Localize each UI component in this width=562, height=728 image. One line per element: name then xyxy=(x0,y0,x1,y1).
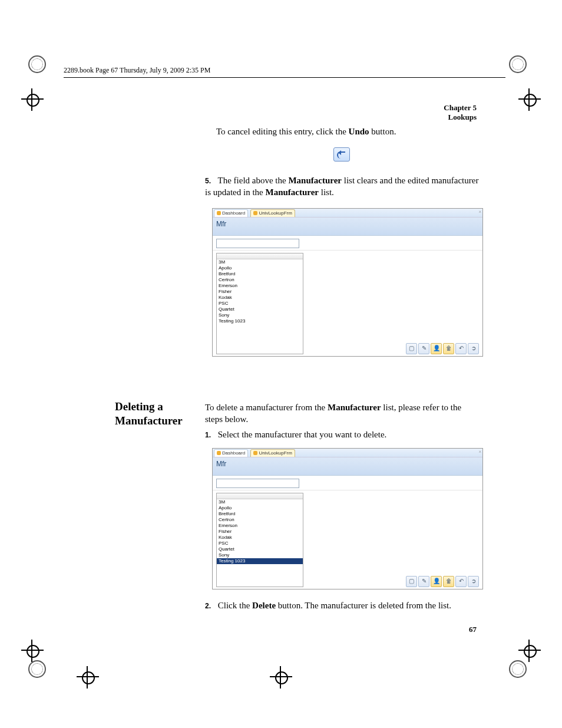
list-item: 3M xyxy=(217,499,303,505)
list-item: Quartet xyxy=(217,307,303,312)
list-item: Certron xyxy=(217,517,303,523)
crop-mark-icon xyxy=(270,666,292,689)
screenshot-toolbar: ▢ ✎ 👤 🗑 ↶ ➲ xyxy=(406,343,479,354)
text: list. xyxy=(319,187,334,197)
toolbar-button: ✎ xyxy=(418,343,429,354)
list-item: Emerson xyxy=(217,283,303,289)
toolbar-button: ➲ xyxy=(468,576,479,587)
step-2: 2. Click the Delete button. The manufact… xyxy=(205,599,480,611)
text: Select the manufacturer that you want to… xyxy=(218,430,387,439)
list-item: Testing 1023 xyxy=(217,318,303,324)
text: button. The manufacturer is deleted from… xyxy=(276,601,451,610)
undo-icon xyxy=(333,147,350,162)
text: Click the xyxy=(218,601,252,610)
screenshot-2: × Dashboard UnivLookupFrm Mfr 3M Apollo … xyxy=(206,443,483,589)
dashboard-tab: Dashboard xyxy=(214,209,248,217)
crop-mark-icon xyxy=(21,88,44,111)
list-item: Fisher xyxy=(217,529,303,535)
document-page: 2289.book Page 67 Thursday, July 9, 2009… xyxy=(0,0,562,728)
screenshot-toolbar: ▢ ✎ 👤 🗑 ↶ ➲ xyxy=(406,576,479,587)
lookup-tab: UnivLookupFrm xyxy=(250,209,295,217)
list-item: Emerson xyxy=(217,523,303,529)
list-item-selected: Testing 1023 xyxy=(217,558,303,564)
step-number: 1. xyxy=(205,431,216,439)
lookup-tab: UnivLookupFrm xyxy=(250,449,295,457)
chapter-label: Chapter 5 Lookups xyxy=(444,103,477,122)
text: Manufacturer xyxy=(328,403,381,412)
step-5: 5. The field above the Manufacturer list… xyxy=(205,174,480,199)
printers-mark-icon xyxy=(509,55,534,80)
crop-mark-icon xyxy=(518,640,541,662)
list-item: Sony xyxy=(217,552,303,558)
running-header-text: 2289.book Page 67 Thursday, July 9, 2009… xyxy=(64,66,210,75)
panel-title: Mfr xyxy=(213,218,482,236)
printers-mark-icon xyxy=(28,55,53,80)
text: The field above the xyxy=(217,176,288,185)
undo-label: Undo xyxy=(349,127,369,136)
toolbar-button: ▢ xyxy=(406,343,417,354)
step-number: 2. xyxy=(205,602,216,610)
list-item: Apollo xyxy=(217,265,303,271)
header-rule xyxy=(64,77,505,78)
toolbar-button: 👤 xyxy=(431,343,442,354)
panel-title: Mfr xyxy=(213,457,482,476)
manufacturer-list: 3M Apollo Bretford Certron Emerson Fishe… xyxy=(216,493,303,587)
list-item: PSC xyxy=(217,301,303,307)
body-paragraph: To cancel editing this entry, click the … xyxy=(216,126,478,137)
text: Delete xyxy=(252,601,276,610)
crop-mark-icon xyxy=(21,640,44,662)
list-item: Bretford xyxy=(217,511,303,517)
toolbar-button: 👤 xyxy=(431,576,442,587)
text: To cancel editing this entry, click the xyxy=(216,127,349,136)
text: Manufacturer xyxy=(288,176,342,185)
dashboard-tab: Dashboard xyxy=(214,449,248,457)
text: To delete a manufacturer from the xyxy=(205,403,328,412)
list-item: 3M xyxy=(217,259,303,265)
list-item: Apollo xyxy=(217,505,303,511)
delete-button: 🗑 xyxy=(443,343,454,354)
undo-button: ↶ xyxy=(455,343,467,354)
section-heading-deleting: Deleting aManufacturer xyxy=(115,400,183,428)
delete-intro: To delete a manufacturer from the Manufa… xyxy=(205,401,480,426)
step-1: 1. Select the manufacturer that you want… xyxy=(205,429,480,440)
manufacturer-list: 3M Apollo Bretford Certron Emerson Fishe… xyxy=(216,253,303,354)
screenshot-1: × Dashboard UnivLookupFrm Mfr 3M Apollo … xyxy=(206,203,483,357)
list-item: PSC xyxy=(217,541,303,546)
toolbar-button: ➲ xyxy=(468,343,479,354)
undo-button: ↶ xyxy=(455,576,467,587)
list-item: Certron xyxy=(217,277,303,283)
chapter-number: Chapter 5 xyxy=(444,103,477,113)
list-item: Kodak xyxy=(217,295,303,301)
manufacturer-input xyxy=(216,479,299,488)
chapter-title: Lookups xyxy=(444,113,477,122)
close-icon: × xyxy=(478,449,481,454)
list-item: Kodak xyxy=(217,535,303,541)
undo-button-illustration xyxy=(333,147,350,164)
close-icon: × xyxy=(478,209,481,215)
manufacturer-input xyxy=(216,239,299,248)
printers-mark-icon xyxy=(509,660,534,685)
crop-mark-icon xyxy=(518,88,541,111)
delete-button: 🗑 xyxy=(443,576,454,587)
text: Manufacturer xyxy=(265,187,319,197)
toolbar-button: ✎ xyxy=(418,576,429,587)
list-item: Quartet xyxy=(217,546,303,552)
list-item: Fisher xyxy=(217,289,303,295)
toolbar-button: ▢ xyxy=(406,576,417,587)
step-number: 5. xyxy=(205,177,216,185)
page-number: 67 xyxy=(469,625,477,634)
text: button. xyxy=(369,127,396,136)
list-item: Bretford xyxy=(217,271,303,277)
list-item: Sony xyxy=(217,312,303,318)
crop-mark-icon xyxy=(77,666,99,689)
printers-mark-icon xyxy=(28,660,53,685)
